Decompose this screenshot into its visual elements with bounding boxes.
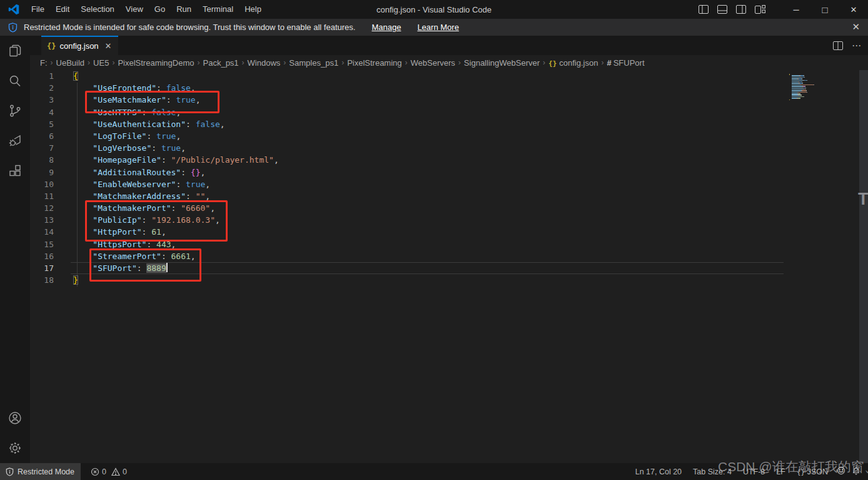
tab-config-json[interactable]: {} config.json ✕ — [41, 36, 118, 55]
line-number: 4 — [30, 106, 63, 118]
cursor-position-status[interactable]: Ln 17, Col 20 — [630, 467, 687, 476]
code-line-16[interactable]: "StreamerPort": 6661, — [73, 250, 279, 262]
restricted-mode-status[interactable]: Restricted Mode — [0, 463, 81, 480]
eol-status[interactable]: LF — [770, 467, 791, 476]
toggle-panel-icon[interactable] — [717, 5, 727, 14]
tab-close-icon[interactable]: ✕ — [105, 41, 112, 51]
code-token: true — [176, 95, 195, 105]
menu-help[interactable]: Help — [239, 0, 267, 19]
code-line-1[interactable]: { — [73, 70, 279, 82]
toggle-sidebar-icon[interactable] — [699, 5, 709, 14]
code-token: , — [210, 203, 215, 213]
menu-terminal[interactable]: Terminal — [197, 0, 239, 19]
code-token: 443 — [156, 240, 171, 249]
code-line-11[interactable]: "MatchmakerAddress": "", — [73, 190, 279, 202]
code-line-6[interactable]: "LogToFile": true, — [73, 130, 279, 142]
code-line-13[interactable]: "PublicIp": "192.168.0.3", — [73, 214, 279, 226]
json-file-icon: {} — [47, 42, 56, 51]
code-token: , — [191, 252, 196, 261]
selected-text: 8889 — [146, 263, 166, 273]
code-line-18[interactable]: } — [73, 274, 279, 286]
problems-status[interactable]: 0 0 — [87, 467, 131, 476]
window-close-button[interactable]: ✕ — [839, 0, 868, 19]
explorer-icon[interactable] — [0, 36, 30, 66]
breadcrumb-item[interactable]: Windows — [248, 58, 281, 68]
code-token: : — [161, 252, 171, 261]
menu-go[interactable]: Go — [149, 0, 171, 19]
code-token — [73, 227, 93, 237]
minimap-line — [789, 78, 858, 79]
breadcrumb-item[interactable]: PixelStreaming — [347, 58, 401, 68]
banner-close-icon[interactable]: ✕ — [852, 21, 860, 33]
code-line-10[interactable]: "EnableWebserver": true, — [73, 178, 279, 190]
code-content[interactable]: { "UseFrontend": false, "UseMatchmaker":… — [73, 70, 279, 286]
breadcrumb-item[interactable]: {}config.json — [548, 58, 598, 68]
code-token: "HttpPort" — [93, 227, 141, 237]
breadcrumb-item[interactable]: Pack_ps1 — [203, 58, 239, 68]
split-editor-icon[interactable] — [833, 41, 843, 50]
code-token: , — [205, 191, 210, 201]
minimap-line — [789, 83, 858, 84]
code-token: , — [191, 83, 196, 93]
search-icon[interactable] — [0, 66, 30, 96]
code-line-3[interactable]: "UseMatchmaker": true, — [73, 94, 279, 106]
code-line-12[interactable]: "MatchmakerPort": "6660", — [73, 202, 279, 214]
code-line-14[interactable]: "HttpPort": 61, — [73, 226, 279, 238]
breadcrumb-item[interactable]: PixelStreamingDemo — [118, 58, 194, 68]
minimize-button[interactable]: ─ — [782, 0, 810, 19]
breadcrumb-item[interactable]: UeBuild — [56, 58, 85, 68]
source-control-icon[interactable] — [0, 96, 30, 126]
code-token: "UseFrontend" — [93, 83, 156, 93]
title-bar: FileEditSelectionViewGoRunTerminalHelp c… — [0, 0, 868, 19]
customize-layout-icon[interactable] — [755, 5, 765, 14]
code-token: "LogToFile" — [93, 131, 146, 141]
code-line-2[interactable]: "UseFrontend": false, — [73, 82, 279, 94]
text-cursor — [166, 263, 168, 272]
code-line-9[interactable]: "AdditionalRoutes": {}, — [73, 166, 279, 178]
code-token: "MatchmakerAddress" — [93, 191, 186, 201]
learn-more-link[interactable]: Learn More — [417, 23, 458, 32]
breadcrumb-item[interactable]: Samples_ps1 — [289, 58, 338, 68]
editor-area[interactable]: 123456789101112131415161718 { "UseFronte… — [30, 70, 868, 463]
menu-view[interactable]: View — [120, 0, 149, 19]
extensions-icon[interactable] — [0, 156, 30, 186]
code-line-8[interactable]: "HomepageFile": "/Public/player.html", — [73, 154, 279, 166]
line-number: 15 — [30, 238, 63, 250]
accounts-icon[interactable] — [0, 403, 30, 433]
code-token: "UseMatchmaker" — [93, 95, 166, 105]
menu-selection[interactable]: Selection — [75, 0, 119, 19]
restricted-mode-banner: Restricted Mode is intended for safe cod… — [0, 19, 868, 36]
code-line-4[interactable]: "UseHTTPS": false, — [73, 106, 279, 118]
vertical-scrollbar[interactable] — [859, 70, 868, 463]
language-mode-status[interactable]: {} JSON — [791, 467, 834, 476]
maximize-button[interactable]: □ — [810, 0, 839, 19]
feedback-smiley-icon[interactable] — [834, 466, 849, 477]
code-token: "UseAuthentication" — [93, 120, 186, 129]
breadcrumb-item[interactable]: WebServers — [411, 58, 455, 68]
code-line-7[interactable]: "LogVerbose": true, — [73, 142, 279, 154]
breadcrumb-item[interactable]: SignallingWebServer — [464, 58, 540, 68]
code-line-15[interactable]: "HttpsPort": 443, — [73, 238, 279, 250]
code-line-5[interactable]: "UseAuthentication": false, — [73, 118, 279, 130]
manage-link[interactable]: Manage — [371, 23, 401, 32]
line-number: 2 — [30, 82, 63, 94]
encoding-status[interactable]: UTF-8 — [737, 467, 770, 476]
toggle-secondary-sidebar-icon[interactable] — [736, 5, 746, 14]
more-actions-icon[interactable]: ⋯ — [852, 40, 862, 51]
code-token: } — [73, 275, 78, 285]
tab-size-status[interactable]: Tab Size: 4 — [687, 467, 737, 476]
run-debug-icon[interactable] — [0, 126, 30, 156]
minimap[interactable] — [789, 74, 858, 101]
menu-run[interactable]: Run — [171, 0, 197, 19]
language-braces-icon: {} — [797, 468, 805, 476]
notifications-bell-icon[interactable] — [849, 466, 868, 477]
breadcrumb-item[interactable]: #SFUPort — [607, 58, 644, 68]
shield-icon — [8, 23, 18, 33]
settings-gear-icon[interactable] — [0, 433, 30, 463]
menu-edit[interactable]: Edit — [50, 0, 75, 19]
breadcrumb-item[interactable]: UE5 — [93, 58, 109, 68]
menu-file[interactable]: File — [26, 0, 50, 19]
code-line-17[interactable]: "SFUPort": 8889 — [73, 262, 279, 274]
breadcrumb-item[interactable]: F: — [40, 58, 48, 68]
code-token: : — [142, 227, 152, 237]
